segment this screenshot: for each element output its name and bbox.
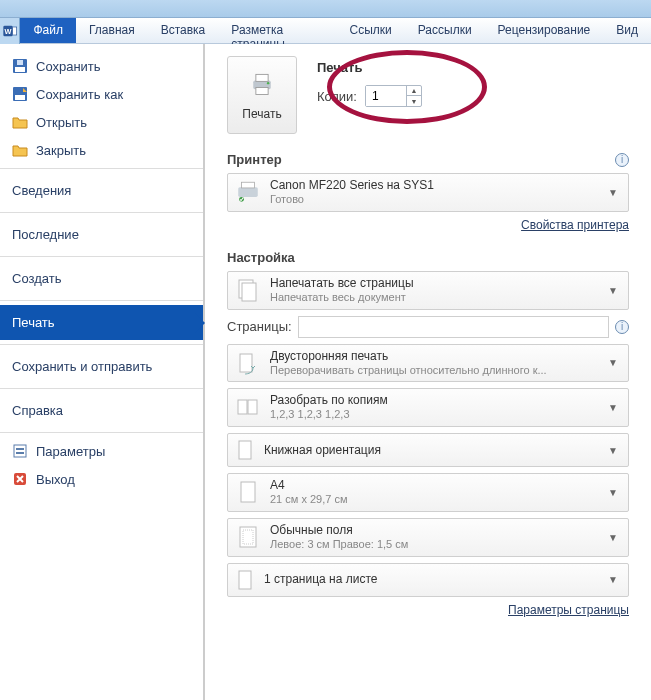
tab-review[interactable]: Рецензирование bbox=[485, 18, 604, 43]
printer-properties-link[interactable]: Свойства принтера bbox=[521, 218, 629, 232]
copies-label: Копии: bbox=[317, 89, 357, 104]
sidebar-item-recent[interactable]: Последние bbox=[0, 217, 203, 252]
chevron-down-icon: ▼ bbox=[604, 187, 622, 198]
svg-rect-7 bbox=[15, 95, 25, 100]
tab-home[interactable]: Главная bbox=[76, 18, 148, 43]
sidebar-label: Выход bbox=[36, 472, 75, 487]
dd-title: Книжная ориентация bbox=[264, 443, 604, 458]
svg-rect-22 bbox=[238, 400, 247, 414]
sidebar-item-help[interactable]: Справка bbox=[0, 393, 203, 428]
exit-icon bbox=[12, 471, 28, 487]
printer-name: Canon MF220 Series на SYS1 bbox=[270, 178, 604, 193]
sidebar-label: Параметры bbox=[36, 444, 105, 459]
svg-rect-28 bbox=[239, 571, 251, 589]
tab-insert[interactable]: Вставка bbox=[148, 18, 219, 43]
page-setup-link[interactable]: Параметры страницы bbox=[508, 603, 629, 617]
backstage-sidebar: Сохранить Сохранить как Открыть Закрыть … bbox=[0, 44, 205, 700]
tab-page-layout[interactable]: Разметка страницы bbox=[218, 18, 336, 43]
chevron-down-icon: ▼ bbox=[604, 357, 622, 368]
svg-rect-16 bbox=[238, 188, 258, 198]
pages-input[interactable] bbox=[298, 316, 609, 338]
sidebar-item-info[interactable]: Сведения bbox=[0, 173, 203, 208]
svg-rect-9 bbox=[16, 448, 24, 450]
chevron-down-icon: ▼ bbox=[604, 574, 622, 585]
dd-sub: 21 см x 29,7 см bbox=[270, 493, 604, 507]
collate-icon bbox=[234, 394, 262, 422]
pages-per-sheet-dropdown[interactable]: 1 страница на листе ▼ bbox=[227, 563, 629, 597]
orientation-dropdown[interactable]: Книжная ориентация ▼ bbox=[227, 433, 629, 467]
copies-input[interactable] bbox=[366, 86, 406, 106]
tab-view[interactable]: Вид bbox=[603, 18, 651, 43]
sidebar-item-options[interactable]: Параметры bbox=[0, 437, 203, 465]
ribbon-tabs: W Файл Главная Вставка Разметка страницы… bbox=[0, 18, 651, 44]
print-title: Печать bbox=[317, 60, 422, 75]
svg-rect-23 bbox=[248, 400, 257, 414]
svg-rect-5 bbox=[17, 60, 23, 65]
dd-title: Напечатать все страницы bbox=[270, 276, 604, 291]
dd-sub: Левое: 3 см Правое: 1,5 см bbox=[270, 538, 604, 552]
printer-icon bbox=[248, 70, 276, 101]
window-titlebar bbox=[0, 0, 651, 18]
copies-spinner[interactable]: ▲ ▼ bbox=[365, 85, 422, 107]
svg-rect-13 bbox=[256, 74, 268, 81]
dd-sub: 1,2,3 1,2,3 1,2,3 bbox=[270, 408, 604, 422]
sidebar-item-close[interactable]: Закрыть bbox=[0, 136, 203, 164]
chevron-down-icon: ▼ bbox=[604, 532, 622, 543]
print-settings-panel: Печать Печать Копии: ▲ ▼ Принт bbox=[205, 44, 651, 700]
print-range-dropdown[interactable]: Напечатать все страницы Напечатать весь … bbox=[227, 271, 629, 310]
sidebar-item-new[interactable]: Создать bbox=[0, 261, 203, 296]
sidebar-label: Открыть bbox=[36, 115, 87, 130]
svg-rect-2 bbox=[12, 27, 16, 35]
sidebar-label: Сохранить bbox=[36, 59, 101, 74]
portrait-icon bbox=[234, 439, 256, 461]
sidebar-item-share[interactable]: Сохранить и отправить bbox=[0, 349, 203, 384]
margins-dropdown[interactable]: Обычные поля Левое: 3 см Правое: 1,5 см … bbox=[227, 518, 629, 557]
sidebar-item-print[interactable]: Печать bbox=[0, 305, 203, 340]
info-icon[interactable]: i bbox=[615, 320, 629, 334]
tab-references[interactable]: Ссылки bbox=[337, 18, 405, 43]
tab-file[interactable]: Файл bbox=[20, 18, 76, 43]
printer-dropdown[interactable]: Canon MF220 Series на SYS1 Готово ▼ bbox=[227, 173, 629, 212]
open-icon bbox=[12, 114, 28, 130]
copies-dec[interactable]: ▼ bbox=[407, 96, 421, 106]
svg-point-15 bbox=[267, 81, 269, 83]
tab-mailings[interactable]: Рассылки bbox=[405, 18, 485, 43]
dd-title: Обычные поля bbox=[270, 523, 604, 538]
svg-rect-21 bbox=[240, 354, 252, 372]
close-folder-icon bbox=[12, 142, 28, 158]
options-icon bbox=[12, 443, 28, 459]
sidebar-item-save-as[interactable]: Сохранить как bbox=[0, 80, 203, 108]
print-button[interactable]: Печать bbox=[227, 56, 297, 134]
svg-rect-24 bbox=[239, 441, 251, 459]
svg-text:W: W bbox=[4, 27, 11, 36]
svg-rect-14 bbox=[256, 87, 268, 94]
sidebar-label: Сохранить как bbox=[36, 87, 123, 102]
paper-icon bbox=[234, 478, 262, 506]
svg-rect-8 bbox=[14, 445, 26, 457]
svg-rect-4 bbox=[15, 67, 25, 72]
printer-section-header: Принтер bbox=[227, 152, 282, 167]
chevron-down-icon: ▼ bbox=[604, 402, 622, 413]
sidebar-item-open[interactable]: Открыть bbox=[0, 108, 203, 136]
sidebar-item-save[interactable]: Сохранить bbox=[0, 52, 203, 80]
chevron-down-icon: ▼ bbox=[604, 445, 622, 456]
dd-sub: Напечатать весь документ bbox=[270, 291, 604, 305]
paper-size-dropdown[interactable]: A4 21 см x 29,7 см ▼ bbox=[227, 473, 629, 512]
sidebar-item-exit[interactable]: Выход bbox=[0, 465, 203, 493]
copies-inc[interactable]: ▲ bbox=[407, 86, 421, 96]
chevron-down-icon: ▼ bbox=[604, 285, 622, 296]
chevron-down-icon: ▼ bbox=[604, 487, 622, 498]
printer-status: Готово bbox=[270, 193, 604, 207]
sidebar-label: Закрыть bbox=[36, 143, 86, 158]
pages-label: Страницы: bbox=[227, 319, 292, 334]
dd-title: Разобрать по копиям bbox=[270, 393, 604, 408]
dd-title: A4 bbox=[270, 478, 604, 493]
dd-title: Двусторонняя печать bbox=[270, 349, 604, 364]
collate-dropdown[interactable]: Разобрать по копиям 1,2,3 1,2,3 1,2,3 ▼ bbox=[227, 388, 629, 427]
info-icon[interactable]: i bbox=[615, 153, 629, 167]
save-icon bbox=[12, 58, 28, 74]
save-as-icon bbox=[12, 86, 28, 102]
word-app-icon[interactable]: W bbox=[0, 18, 20, 44]
duplex-dropdown[interactable]: Двусторонняя печать Переворачивать стран… bbox=[227, 344, 629, 383]
pages-all-icon bbox=[234, 276, 262, 304]
